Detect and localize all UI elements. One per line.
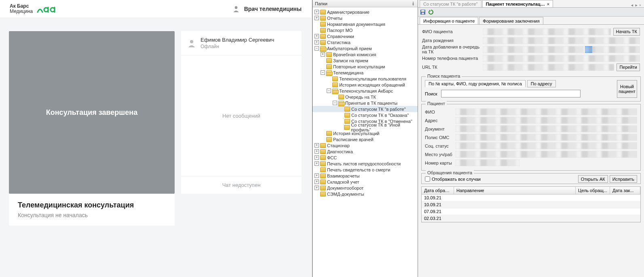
show-all-input[interactable] (425, 176, 430, 182)
tree-node[interactable]: +Печать листов нетрудоспособности (312, 161, 418, 167)
close-tab-icon[interactable]: × (547, 2, 549, 6)
cell-goal (576, 208, 610, 215)
tree-toggle-icon[interactable]: + (315, 161, 319, 166)
tree-node[interactable]: Со статусом ТК в "Оказана" (312, 112, 418, 118)
tab-scroll-arrows[interactable]: ◄►× (629, 3, 642, 7)
appeals-legend: Обращения пациента (426, 170, 474, 175)
table-row[interactable]: 07.09.21 (422, 208, 640, 215)
tree-node[interactable]: СЭМД-документы (312, 191, 418, 197)
tree-node[interactable]: −Амбулаторный прием (312, 45, 418, 51)
tree-toggle-icon[interactable]: + (315, 173, 319, 178)
table-row[interactable]: 02.03.21 (422, 215, 640, 222)
brand-logo-icon (37, 5, 61, 13)
col-goal[interactable]: Цель обращ... (576, 187, 610, 194)
col-appeal-date[interactable]: Дата обращ... (422, 187, 454, 194)
tree-node[interactable]: +Стационар (312, 142, 418, 148)
chat-user-status: Офлайн (201, 44, 274, 49)
tree-toggle-spacer (321, 64, 325, 69)
folder-icon (320, 155, 326, 160)
tree-toggle-icon[interactable]: + (315, 155, 319, 160)
tree-node[interactable]: +Документооборот (312, 185, 418, 191)
tree-node[interactable]: −Телеконсультация АкБарс (312, 88, 418, 94)
tab-label: Со статусом ТК "в работе" (423, 2, 478, 6)
video-overlay-text: Консультация завершена (46, 108, 137, 117)
tree-toggle-icon[interactable]: − (315, 46, 319, 51)
tree-node[interactable]: Паспорт МО (312, 27, 418, 33)
svg-rect-4 (422, 13, 424, 14)
chat-empty-state: Нет сообщений (181, 55, 302, 176)
subtab-conclusion[interactable]: Формирование заключения (479, 17, 543, 24)
document-tabs: Со статусом ТК "в работе" Пациент телеко… (418, 0, 644, 8)
go-button[interactable]: Перейти (617, 63, 640, 71)
tree-node[interactable]: +Взаиморасчеты (312, 173, 418, 179)
tree-toggle-icon[interactable]: − (333, 101, 337, 105)
tree-toggle-icon[interactable]: + (315, 10, 319, 14)
tree-node[interactable]: Расписание врачей (312, 136, 418, 142)
tree-toggle-spacer (315, 28, 319, 32)
tree-toggle-icon[interactable]: + (315, 180, 319, 184)
cell-direction (454, 195, 576, 201)
search-tab-by-address[interactable]: По адресу (527, 80, 556, 87)
appeals-grid[interactable]: Дата обращ... Направление Цель обращ... … (421, 186, 641, 222)
tree-toggle-icon[interactable]: + (315, 40, 319, 44)
tree-node[interactable]: −Телемедицина (312, 70, 418, 76)
tree-node[interactable]: Очередь на ТК (312, 94, 418, 100)
tree-node[interactable]: История исходящих обращений (312, 82, 418, 88)
subtab-patient-info[interactable]: Информация о пациенте (420, 17, 478, 24)
tree-node[interactable]: Телеконсультации пользователя (312, 76, 418, 82)
folder-icon (338, 101, 344, 106)
save-icon[interactable] (420, 9, 426, 15)
table-row[interactable]: 10.09.21 (422, 195, 640, 201)
open-ak-button[interactable]: Открыть АК (578, 175, 608, 183)
tree-toggle-icon[interactable]: + (315, 149, 319, 154)
col-close-date[interactable]: Дата зак... (610, 187, 640, 194)
tree-toggle-icon[interactable]: − (327, 89, 331, 93)
tree-node[interactable]: +Администрирование (312, 9, 418, 15)
tree-node[interactable]: Печать свидетельств о смерти (312, 167, 418, 173)
start-tk-button[interactable]: Начать ТК (613, 28, 640, 36)
folder-icon (320, 173, 326, 178)
tree-node[interactable]: Записи на прием (312, 57, 418, 63)
tree-node[interactable]: +Врачебная комиссия (312, 51, 418, 57)
tree-node[interactable]: +ФСС (312, 154, 418, 161)
tree-node[interactable]: +Статистика (312, 39, 418, 45)
folder-icon (320, 34, 326, 39)
tree-toggle-icon[interactable]: + (321, 52, 325, 57)
tree-toggle-icon[interactable]: + (315, 143, 319, 148)
cell-date: 10.09.21 (422, 195, 454, 201)
tree-node[interactable]: +Складской учет (312, 179, 418, 185)
tree-toggle-icon[interactable]: + (315, 186, 319, 190)
tree-node[interactable]: Со статусом ТК в "Иной профиль" (312, 124, 418, 130)
tab-patient-teleconsult[interactable]: Пациент телеконсультац… × (482, 0, 553, 7)
tree-toggle-spacer (315, 22, 319, 26)
table-row[interactable]: 10.09.21 (422, 201, 640, 208)
folder-icon (320, 180, 326, 184)
show-all-cases-checkbox[interactable]: Отображать все случаи (425, 176, 481, 182)
tab-status-in-work[interactable]: Со статусом ТК "в работе" (420, 0, 481, 7)
value-workplace (455, 151, 637, 158)
new-patient-button[interactable]: Новыйпациент (617, 80, 637, 98)
tree-node[interactable]: +Диагностика (312, 148, 418, 154)
pin-icon[interactable] (411, 2, 415, 6)
tree-node-label: Печать свидетельств о смерти (327, 167, 390, 172)
search-input[interactable] (441, 90, 581, 97)
fix-button[interactable]: Исправить (610, 175, 637, 183)
tree-toggle-icon[interactable]: − (321, 70, 325, 75)
label-dob: Дата рождения (422, 38, 483, 43)
tree-node[interactable]: +Отчеты (312, 15, 418, 21)
tree-node[interactable]: +Справочники (312, 33, 418, 39)
tree-node[interactable]: Повторные консультации (312, 63, 418, 70)
tree-node[interactable]: Со статусом ТК "в работе" (312, 106, 418, 112)
detail-panel: Со статусом ТК "в работе" Пациент телеко… (418, 0, 644, 277)
tree-toggle-icon[interactable]: + (315, 34, 319, 38)
tree-node[interactable]: −Принятые в ТК пациенты (312, 100, 418, 106)
col-direction[interactable]: Направление (454, 187, 576, 194)
folder-tree[interactable]: +Администрирование+ОтчетыНормативная док… (312, 7, 418, 199)
search-legend: Поиск пациента (426, 74, 462, 78)
refresh-icon[interactable] (428, 9, 434, 15)
tree-node[interactable]: Нормативная документация (312, 21, 418, 27)
value-document (455, 125, 637, 132)
folder-icon (320, 167, 326, 172)
search-tab-by-card[interactable]: По № карты, ФИО, году рождения, № полиса (425, 80, 526, 87)
tree-toggle-icon[interactable]: + (315, 16, 319, 20)
